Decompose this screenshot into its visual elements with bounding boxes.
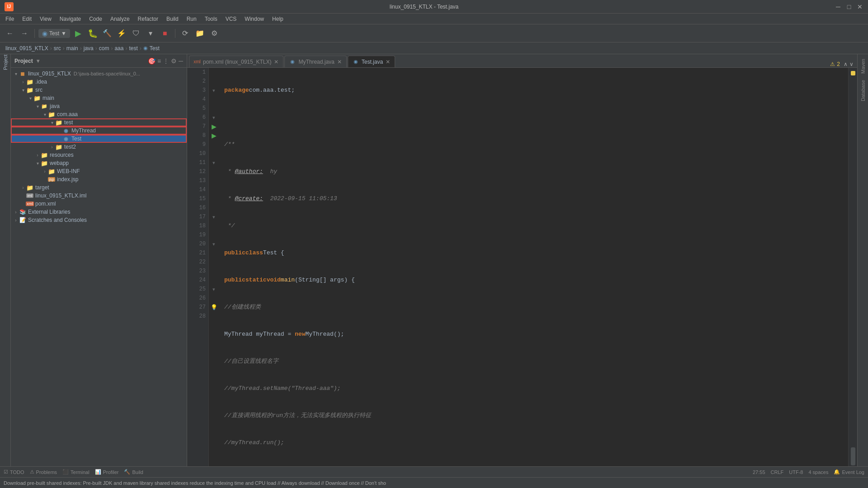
run-config-selector[interactable]: ◉ Test ▼ xyxy=(38,29,70,38)
tree-item-webapp[interactable]: ▾ 📁 webapp xyxy=(11,159,187,167)
build-button[interactable]: 🔨 xyxy=(101,27,113,40)
breadcrumb-aaa[interactable]: aaa xyxy=(114,45,123,52)
menu-code[interactable]: Code xyxy=(85,15,106,23)
fold-arrow-11[interactable]: ▾ xyxy=(212,158,215,167)
more-run-button[interactable]: ▾ xyxy=(144,27,157,40)
run-arrow-7[interactable]: ▶ xyxy=(212,122,217,131)
back-button[interactable]: ← xyxy=(4,27,16,40)
warning-indicator[interactable]: ⚠ 2 xyxy=(830,61,840,67)
tree-item-java[interactable]: ▾ 📁 java xyxy=(11,102,187,110)
tab-close-mythread[interactable]: ✕ xyxy=(337,59,342,65)
menu-run[interactable]: Run xyxy=(183,15,200,23)
coverage-button[interactable]: 🛡 xyxy=(130,27,142,40)
menu-view[interactable]: View xyxy=(36,15,55,23)
next-warning-button[interactable]: ∨ xyxy=(849,61,854,67)
debug-button[interactable]: 🐛 xyxy=(86,27,99,40)
line-separator-button[interactable]: CRLF xyxy=(771,469,784,475)
fold-arrow-6[interactable]: ▾ xyxy=(212,113,215,122)
tree-item-target[interactable]: › 📁 target xyxy=(11,183,187,192)
run-config-dropdown[interactable]: ▼ xyxy=(61,30,66,37)
project-dropdown-arrow[interactable]: ▾ xyxy=(37,58,39,64)
menu-refactor[interactable]: Refactor xyxy=(134,15,162,23)
fold-arrow-3[interactable]: ▾ xyxy=(212,86,215,95)
stop-button[interactable]: ■ xyxy=(159,27,171,40)
fold-arrow-25[interactable]: ▾ xyxy=(212,285,215,294)
code-content[interactable]: package com.aaa.test; /** * @author: hy … xyxy=(219,68,848,466)
close-panel-button[interactable]: ─ xyxy=(179,57,183,65)
fold-arrow-17[interactable]: ▾ xyxy=(212,212,215,221)
fold-arrow-20[interactable]: ▾ xyxy=(212,239,215,249)
tree-item-iml[interactable]: iml linux_0915_KTLX.iml xyxy=(11,192,187,200)
right-gutter-thumb[interactable] xyxy=(851,447,855,465)
menu-tools[interactable]: Tools xyxy=(201,15,221,23)
menu-help[interactable]: Help xyxy=(269,15,287,23)
tree-item-root[interactable]: ▾ ◼ linux_0915_KTLX D:\java-baties-space… xyxy=(11,70,187,78)
breadcrumb-java[interactable]: java xyxy=(84,45,94,52)
tab-test[interactable]: ◉ Test.java ✕ xyxy=(348,56,395,67)
forward-button[interactable]: → xyxy=(18,27,31,40)
tab-pom[interactable]: xml pom.xml (linux_0915_KTLX) ✕ xyxy=(189,56,283,67)
tree-item-test-file[interactable]: ◉ Test xyxy=(11,135,187,143)
breadcrumb-project[interactable]: linux_0915_KTLX xyxy=(5,45,48,52)
settings-gear-button[interactable]: ⚙ xyxy=(171,57,177,65)
indent-button[interactable]: 4 spaces xyxy=(808,469,828,475)
tree-item-mythread[interactable]: ◉ MyThread xyxy=(11,127,187,135)
tree-item-scratches[interactable]: › 📝 Scratches and Consoles xyxy=(11,216,187,224)
run-button[interactable]: ▶ xyxy=(72,27,85,40)
comment-15: //start:可以让线程处于就绪状态，能够被线程调度器进行调度管理，从而实现多… xyxy=(224,465,481,466)
tree-item-idea[interactable]: › 📁 .idea xyxy=(11,78,187,86)
breadcrumb-main[interactable]: main xyxy=(66,45,78,52)
tab-close-test[interactable]: ✕ xyxy=(386,59,390,65)
tree-item-comaaa[interactable]: ▾ 📁 com.aaa xyxy=(11,110,187,118)
collapse-all-button[interactable]: ⋮ xyxy=(163,57,169,65)
tree-item-extlib[interactable]: › 📚 External Libraries xyxy=(11,208,187,216)
tree-item-test2[interactable]: › 📁 test2 xyxy=(11,143,187,151)
tab-close-pom[interactable]: ✕ xyxy=(274,59,278,65)
project-sidebar-toggle[interactable]: Project xyxy=(1,58,10,67)
tree-item-main[interactable]: ▾ 📁 main xyxy=(11,94,187,102)
tree-item-indexjsp[interactable]: jsp index.jsp xyxy=(11,175,187,183)
expand-all-button[interactable]: ≡ xyxy=(157,57,161,65)
terminal-button[interactable]: ⬛ Terminal xyxy=(62,469,90,475)
tree-item-webinf[interactable]: › 📁 WEB-INF xyxy=(11,167,187,175)
breadcrumb-test-file[interactable]: ◉Test xyxy=(143,45,160,52)
locate-file-button[interactable]: 🎯 xyxy=(148,57,156,65)
database-sidebar-label[interactable]: Database xyxy=(859,77,867,104)
status-left: ☑ TODO ⚠ Problems ⬛ Terminal 📊 Profiler … xyxy=(4,469,143,475)
menu-file[interactable]: File xyxy=(2,15,18,23)
menu-edit[interactable]: Edit xyxy=(19,15,35,23)
profile-button[interactable]: ⚡ xyxy=(115,27,128,40)
menu-window[interactable]: Window xyxy=(241,15,268,23)
breadcrumb-src[interactable]: src xyxy=(54,45,61,52)
maximize-button[interactable]: □ xyxy=(845,3,853,10)
problems-label: Problems xyxy=(36,469,57,475)
open-project-button[interactable]: 📁 xyxy=(193,27,206,40)
close-button[interactable]: ✕ xyxy=(856,3,863,10)
sync-button[interactable]: ⟳ xyxy=(179,27,192,40)
tree-item-resources[interactable]: › 📁 resources xyxy=(11,151,187,159)
breadcrumb-com[interactable]: com xyxy=(99,45,109,52)
minimize-button[interactable]: ─ xyxy=(835,3,842,10)
run-arrow-8[interactable]: ▶ xyxy=(212,131,217,140)
tree-item-pom[interactable]: xml pom.xml xyxy=(11,200,187,208)
tree-item-test-folder[interactable]: ▾ 📁 test xyxy=(11,118,187,127)
menu-analyze[interactable]: Analyze xyxy=(107,15,133,23)
position-indicator[interactable]: 27:55 xyxy=(753,469,765,475)
bulb-icon-27[interactable]: 💡 xyxy=(211,303,217,312)
prev-warning-button[interactable]: ∧ xyxy=(844,61,848,67)
profiler-button[interactable]: 📊 Profiler xyxy=(95,469,119,475)
menu-build[interactable]: Build xyxy=(163,15,182,23)
todo-button[interactable]: ☑ TODO xyxy=(4,469,24,475)
tree-icon-java: 📁 xyxy=(41,103,48,110)
settings-button[interactable]: ⚙ xyxy=(208,27,221,40)
breadcrumb-test-pkg[interactable]: test xyxy=(129,45,137,52)
menu-navigate[interactable]: Navigate xyxy=(56,15,85,23)
encoding-button[interactable]: UTF-8 xyxy=(789,469,803,475)
problems-button[interactable]: ⚠ Problems xyxy=(30,469,57,475)
event-log-button[interactable]: 🔔 Event Log xyxy=(834,469,864,475)
tab-mythread[interactable]: ◉ MyThread.java ✕ xyxy=(284,56,346,67)
tree-item-src[interactable]: ▾ 📁 src xyxy=(11,86,187,94)
build-status-button[interactable]: 🔨 Build xyxy=(124,469,143,475)
maven-sidebar-label[interactable]: Maven xyxy=(859,56,867,76)
menu-vcs[interactable]: VCS xyxy=(222,15,241,23)
